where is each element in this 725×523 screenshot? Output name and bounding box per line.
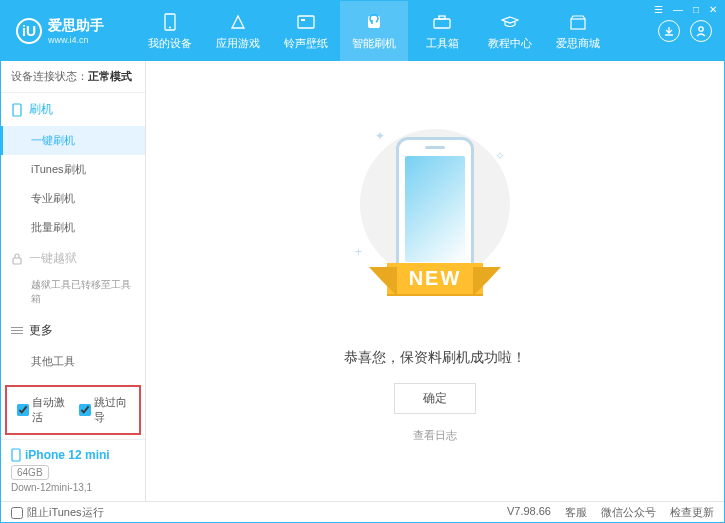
svg-rect-7: [571, 19, 585, 29]
tab-store[interactable]: 爱思商城: [544, 1, 612, 61]
wallpaper-icon: [296, 12, 316, 32]
tab-my-device[interactable]: 我的设备: [136, 1, 204, 61]
phone-tiny-icon: [11, 448, 21, 462]
svg-rect-5: [434, 19, 450, 28]
footer: 阻止iTunes运行 V7.98.66 客服 微信公众号 检查更新: [1, 501, 724, 523]
svg-rect-10: [13, 258, 21, 264]
sidebar-item-itunes-flash[interactable]: iTunes刷机: [1, 155, 145, 184]
tab-toolbox[interactable]: 工具箱: [408, 1, 476, 61]
header-actions: [658, 20, 724, 42]
jailbreak-note: 越狱工具已转移至工具箱: [1, 275, 145, 314]
header: ☰ — □ ✕ iU 爱思助手 www.i4.cn 我的设备 应用游戏 铃声壁纸…: [1, 1, 724, 61]
device-name: iPhone 12 mini: [11, 448, 135, 462]
section-jailbreak: 一键越狱: [1, 242, 145, 275]
device-identifier: Down-12mini-13,1: [11, 482, 135, 493]
device-info[interactable]: iPhone 12 mini 64GB Down-12mini-13,1: [1, 439, 145, 501]
sidebar-item-oneclick-flash[interactable]: 一键刷机: [1, 126, 145, 155]
update-link[interactable]: 检查更新: [670, 505, 714, 520]
support-link[interactable]: 客服: [565, 505, 587, 520]
ok-button[interactable]: 确定: [394, 383, 476, 414]
download-button[interactable]: [658, 20, 680, 42]
phone-icon: [160, 12, 180, 32]
svg-point-1: [169, 26, 171, 28]
app-url: www.i4.cn: [48, 35, 104, 45]
apps-icon: [228, 12, 248, 32]
checkbox-block-itunes[interactable]: 阻止iTunes运行: [11, 505, 104, 520]
wechat-link[interactable]: 微信公众号: [601, 505, 656, 520]
logo[interactable]: iU 爱思助手 www.i4.cn: [1, 17, 136, 45]
new-ribbon: NEW: [387, 263, 484, 294]
option-checkboxes: 自动激活 跳过向导: [5, 385, 141, 435]
phone-small-icon: [11, 103, 23, 117]
view-log-link[interactable]: 查看日志: [413, 428, 457, 443]
menu-icon[interactable]: ☰: [650, 2, 667, 17]
svg-point-8: [699, 27, 703, 31]
store-icon: [568, 12, 588, 32]
main-content: ✦ ✧ + NEW 恭喜您，保资料刷机成功啦！ 确定 查看日志: [146, 61, 724, 501]
user-button[interactable]: [690, 20, 712, 42]
tab-ringtones[interactable]: 铃声壁纸: [272, 1, 340, 61]
version-label: V7.98.66: [507, 505, 551, 520]
sidebar-item-pro-flash[interactable]: 专业刷机: [1, 184, 145, 213]
success-message: 恭喜您，保资料刷机成功啦！: [344, 349, 526, 367]
checkbox-auto-activate[interactable]: 自动激活: [17, 395, 67, 425]
nav-tabs: 我的设备 应用游戏 铃声壁纸 智能刷机 工具箱 教程中心 爱思商城: [136, 1, 658, 61]
connection-status: 设备连接状态：正常模式: [1, 61, 145, 93]
minimize-icon[interactable]: —: [669, 2, 687, 17]
sidebar: 设备连接状态：正常模式 刷机 一键刷机 iTunes刷机 专业刷机 批量刷机 一…: [1, 61, 146, 501]
lock-icon: [11, 253, 23, 265]
svg-rect-9: [13, 104, 21, 116]
checkbox-skip-guide[interactable]: 跳过向导: [79, 395, 129, 425]
maximize-icon[interactable]: □: [689, 2, 703, 17]
section-flash[interactable]: 刷机: [1, 93, 145, 126]
app-title: 爱思助手: [48, 17, 104, 35]
sidebar-item-batch-flash[interactable]: 批量刷机: [1, 213, 145, 242]
tab-tutorials[interactable]: 教程中心: [476, 1, 544, 61]
menu-lines-icon: [11, 325, 23, 336]
sidebar-item-download-firmware[interactable]: 下载固件: [1, 376, 145, 381]
logo-icon: iU: [16, 18, 42, 44]
window-controls: ☰ — □ ✕: [650, 2, 721, 17]
tab-smart-flash[interactable]: 智能刷机: [340, 1, 408, 61]
svg-rect-2: [298, 16, 314, 28]
body: 设备连接状态：正常模式 刷机 一键刷机 iTunes刷机 专业刷机 批量刷机 一…: [1, 61, 724, 501]
sidebar-item-other-tools[interactable]: 其他工具: [1, 347, 145, 376]
toolbox-icon: [432, 12, 452, 32]
success-illustration: ✦ ✧ + NEW: [345, 119, 525, 329]
storage-badge: 64GB: [11, 465, 49, 480]
flash-icon: [364, 12, 384, 32]
svg-rect-3: [301, 19, 305, 21]
svg-rect-11: [12, 449, 20, 461]
tutorial-icon: [500, 12, 520, 32]
tab-apps[interactable]: 应用游戏: [204, 1, 272, 61]
close-icon[interactable]: ✕: [705, 2, 721, 17]
svg-rect-6: [439, 16, 445, 19]
section-more[interactable]: 更多: [1, 314, 145, 347]
